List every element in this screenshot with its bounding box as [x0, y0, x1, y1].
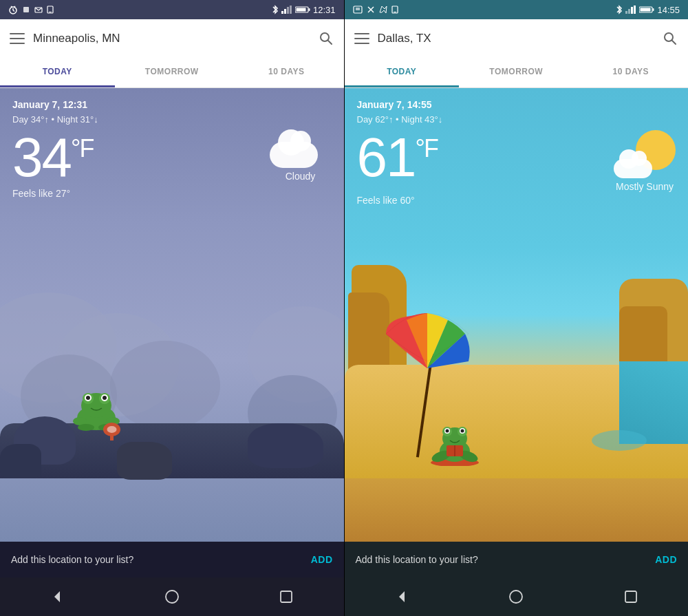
notification-icon: [22, 6, 30, 14]
svg-rect-35: [281, 591, 292, 602]
left-tab-tomorrow[interactable]: TOMORROW: [115, 58, 230, 87]
right-signal-icon: [625, 6, 636, 14]
right-tab-10days[interactable]: 10 DAYS: [574, 58, 689, 87]
svg-point-16: [321, 33, 329, 41]
left-search-bar[interactable]: Minneapolis, MN: [0, 19, 344, 58]
email-icon: [34, 6, 43, 14]
left-weather-date: January 7, 12:31: [12, 99, 332, 110]
alarm-icon: [8, 5, 18, 14]
right-back-button[interactable]: [388, 583, 416, 610]
right-status-icons: [353, 6, 398, 14]
left-weather-info: January 7, 12:31 Day 34°↑ • Night 31°↓: [0, 88, 344, 130]
right-feels-like: Feels like 60°: [345, 192, 689, 209]
right-time: 14:55: [657, 5, 680, 15]
cloudy-icon: [270, 130, 332, 168]
svg-rect-14: [296, 8, 305, 12]
map-icon: [379, 6, 387, 14]
svg-rect-49: [653, 8, 654, 11]
left-condition: Cloudy: [286, 171, 316, 182]
right-nav-bar: [345, 577, 689, 616]
right-temp: 61°F: [357, 127, 438, 188]
phone-icon: [47, 6, 54, 14]
left-bottom-bar: Add this location to your list? ADD: [0, 542, 344, 577]
right-condition: Mostly Sunny: [616, 181, 674, 192]
right-battery-icon: [639, 6, 654, 14]
right-tab-tomorrow[interactable]: TOMORROW: [459, 58, 574, 87]
right-location-text[interactable]: Dallas, TX: [378, 32, 654, 45]
right-bluetooth-icon: [616, 5, 623, 14]
search-icon: [319, 32, 333, 45]
right-search-button[interactable]: [662, 30, 678, 47]
right-phone-icon: [391, 6, 398, 14]
right-weather-info: January 7, 14:55 Day 62°↑ • Night 43°↓: [345, 88, 689, 130]
x-icon: [367, 6, 375, 14]
left-feels-like: Feels like 27°: [0, 185, 344, 202]
right-recent-button[interactable]: [617, 583, 645, 610]
left-status-bar: 12:31: [0, 0, 344, 19]
screenshot-icon: [353, 6, 363, 14]
right-temperature-display: 61°F: [357, 130, 438, 185]
left-add-prompt: Add this location to your list?: [11, 554, 133, 565]
right-tab-today[interactable]: TODAY: [345, 58, 460, 87]
home-icon: [164, 588, 180, 605]
right-add-button[interactable]: ADD: [655, 554, 677, 565]
svg-rect-9: [281, 11, 283, 14]
right-day-night: Day 62°↑ • Night 43°↓: [357, 114, 676, 125]
left-home-button[interactable]: [158, 583, 186, 610]
right-tabs: TODAY TOMORROW 10 DAYS: [345, 58, 689, 88]
svg-rect-43: [625, 11, 627, 14]
left-day-night: Day 34°↑ • Night 31°↓: [12, 114, 332, 125]
left-tab-10days[interactable]: 10 DAYS: [229, 58, 344, 87]
svg-rect-44: [628, 9, 630, 14]
svg-point-50: [665, 33, 673, 41]
svg-rect-11: [287, 7, 289, 14]
svg-rect-67: [625, 591, 636, 602]
left-status-icons: [8, 5, 54, 14]
left-temp: 34°F: [12, 127, 93, 188]
signal-icon: [281, 6, 292, 14]
left-nav-bar: [0, 577, 344, 616]
svg-rect-8: [49, 12, 52, 12]
right-temp-unit: °F: [415, 134, 437, 162]
left-phone-panel: 12:31 Minneapolis, MN TODAY TOMORROW 10 …: [0, 0, 344, 616]
left-menu-button[interactable]: [10, 33, 25, 44]
svg-marker-33: [54, 591, 60, 602]
left-weather-content: January 7, 12:31 Day 34°↑ • Night 31°↓ 3…: [0, 88, 344, 542]
right-weather-date: January 7, 14:55: [357, 99, 676, 110]
left-tab-today[interactable]: TODAY: [0, 58, 115, 87]
svg-marker-40: [380, 6, 387, 13]
right-back-icon: [394, 588, 410, 605]
left-weather-main: 34°F Cloudy: [0, 130, 344, 185]
svg-rect-45: [631, 7, 633, 14]
right-status-right: 14:55: [616, 5, 680, 15]
right-search-bar[interactable]: Dallas, TX: [345, 19, 689, 58]
svg-rect-5: [23, 7, 29, 12]
right-home-icon: [508, 588, 524, 605]
bluetooth-icon: [272, 5, 279, 14]
left-temp-unit: °F: [71, 134, 93, 162]
svg-rect-12: [290, 6, 292, 14]
sunny-icon: [614, 130, 676, 178]
right-weather-icon-area: Mostly Sunny: [614, 130, 676, 192]
back-icon: [49, 588, 65, 605]
right-search-icon: [663, 32, 677, 45]
left-search-button[interactable]: [318, 30, 334, 47]
right-menu-button[interactable]: [354, 33, 369, 44]
left-time: 12:31: [313, 5, 336, 15]
svg-line-2: [13, 10, 14, 12]
right-home-button[interactable]: [502, 583, 530, 610]
right-weather-main: 61°F Mostly Sunny: [345, 130, 689, 192]
left-recent-button[interactable]: [272, 583, 300, 610]
svg-rect-42: [394, 12, 396, 12]
battery-icon: [295, 6, 310, 14]
right-phone-panel: 14:55 Dallas, TX TODAY TOMORROW 10 DAYS …: [345, 0, 689, 616]
left-location-text[interactable]: Minneapolis, MN: [33, 32, 310, 45]
right-status-bar: 14:55: [345, 0, 689, 19]
svg-line-17: [328, 41, 332, 44]
recent-icon: [279, 589, 294, 604]
left-back-button[interactable]: [43, 583, 71, 610]
svg-marker-65: [399, 591, 405, 602]
right-recent-icon: [623, 589, 638, 604]
left-add-button[interactable]: ADD: [311, 554, 333, 565]
left-weather-icon-area: Cloudy: [270, 130, 332, 182]
